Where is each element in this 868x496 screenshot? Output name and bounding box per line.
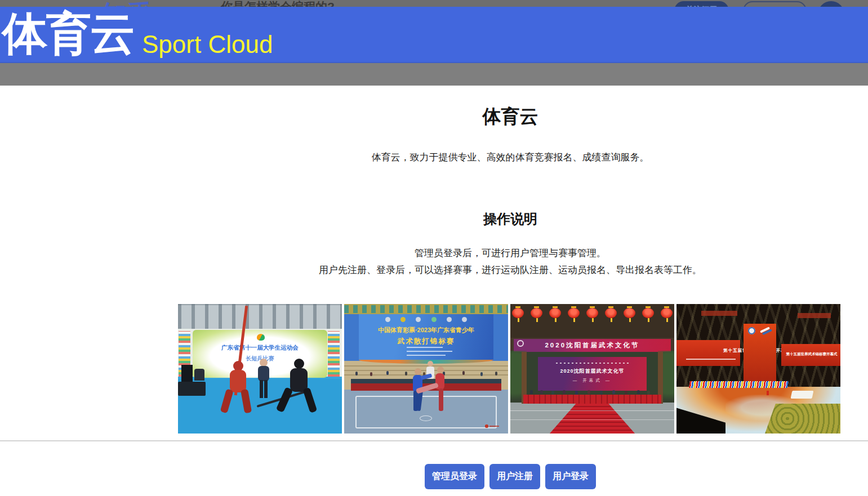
site-header: 体育云 Sport Cloud bbox=[0, 7, 868, 63]
user-login-button[interactable]: 用户登录 bbox=[545, 464, 596, 489]
site-logo-english: Sport Cloud bbox=[142, 30, 273, 59]
golden-patterned-carpet bbox=[765, 404, 840, 434]
upper-led-strip bbox=[798, 313, 830, 318]
main-content: 体育云 体育云，致力于提供专业、高效的体育竞赛报名、成绩查询服务。 操作说明 管… bbox=[178, 104, 843, 434]
instruction-line: 管理员登录后，可进行用户管理与赛事管理。 bbox=[178, 245, 843, 262]
led-screen-left-subtitle bbox=[686, 359, 735, 360]
stone-step-line bbox=[510, 410, 674, 411]
flag-bearers-row bbox=[689, 381, 788, 388]
avatar[interactable] bbox=[818, 1, 844, 7]
fighters-illustration bbox=[178, 304, 342, 434]
divider bbox=[0, 440, 868, 441]
page-title: 体育云 bbox=[178, 104, 843, 129]
fighters-illustration bbox=[344, 304, 508, 434]
white-piano bbox=[790, 391, 813, 399]
stage-backdrop-logos bbox=[556, 363, 628, 364]
gallery-photo-world-championships-opening: 第十五届世界武术锦标赛开幕式 第十五届世界武术锦标赛开幕式 bbox=[676, 304, 840, 434]
photo-watermark bbox=[485, 424, 500, 428]
photo-gallery: 广东省第十一届大学生运动会 长短兵比赛 bbox=[178, 304, 843, 434]
festival-banner-logo bbox=[517, 340, 524, 347]
footer-actions: 管理员登录 用户注册 用户登录 bbox=[178, 464, 843, 489]
festival-banner-text: 2020沈阳首届武术文化节 bbox=[545, 341, 639, 350]
gallery-photo-sanda-championship: 中国体育彩票·2023年广东省青少年 武术散打锦标赛 bbox=[344, 304, 508, 434]
instructions: 管理员登录后，可进行用户管理与赛事管理。 用户先注册、登录后，可以选择赛事，进行… bbox=[178, 245, 843, 279]
follow-question-button[interactable]: 关注问题 bbox=[674, 1, 729, 7]
section-title: 操作说明 bbox=[178, 210, 843, 228]
admin-login-button[interactable]: 管理员登录 bbox=[425, 464, 484, 489]
red-carpet-stairs bbox=[510, 404, 674, 434]
user-register-button[interactable]: 用户注册 bbox=[489, 464, 540, 489]
upper-led-strip bbox=[701, 311, 737, 316]
write-answer-button[interactable]: ✎写回答 bbox=[743, 1, 807, 7]
performer bbox=[767, 391, 769, 395]
zhihu-logo: 知乎 bbox=[102, 0, 154, 7]
stone-step-line bbox=[510, 419, 674, 420]
red-lanterns-row bbox=[512, 308, 673, 334]
stage-title: 2020沈阳首届武术文化节 bbox=[510, 368, 674, 375]
seated-guests bbox=[530, 390, 533, 394]
gallery-photo-shenyang-festival: 2020沈阳首届武术文化节 2020沈阳首届武术文化节 — 开幕式 — bbox=[510, 304, 674, 434]
background-page-strip: 知乎 你是怎样学会编程的? 关注问题 ✎写回答 bbox=[0, 0, 868, 7]
led-screen-right-title: 第十五届世界武术锦标赛开幕式 bbox=[785, 352, 839, 357]
intro-text: 体育云，致力于提供专业、高效的体育竞赛报名、成绩查询服务。 bbox=[178, 151, 843, 164]
gallery-photo-university-games-duel: 广东省第十一届大学生运动会 长短兵比赛 bbox=[178, 304, 342, 434]
footer-content: 管理员登录 用户注册 用户登录 bbox=[178, 464, 843, 489]
instruction-line: 用户先注册、登录后，可以选择赛事，进行运动队注册、运动员报名、导出报名表等工作。 bbox=[178, 262, 843, 279]
iwuf-emblem bbox=[748, 327, 755, 334]
stage-subtitle: — 开幕式 — bbox=[510, 378, 674, 383]
festival-banner: 2020沈阳首届武术文化节 bbox=[514, 339, 671, 352]
background-question-title: 你是怎样学会编程的? bbox=[221, 0, 335, 7]
site-logo-chinese: 体育云 bbox=[2, 7, 134, 61]
header-gray-bar bbox=[0, 63, 868, 86]
red-table-skirt bbox=[523, 395, 661, 404]
